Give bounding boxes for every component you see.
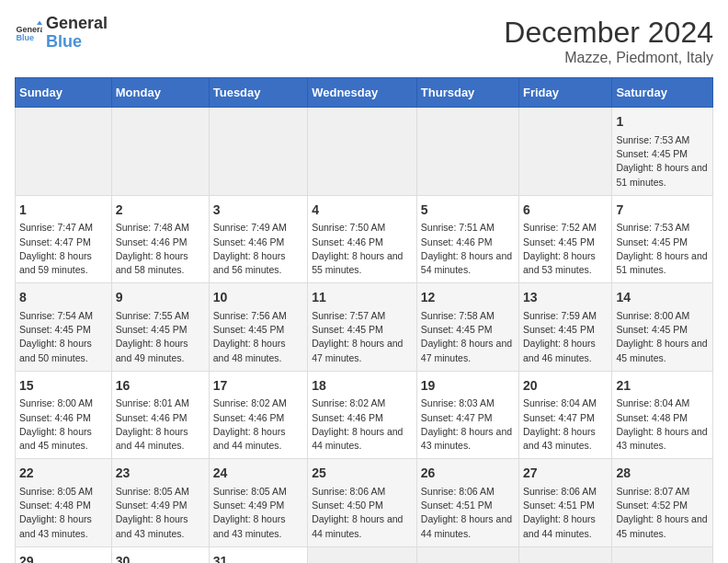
day-number: 6 xyxy=(523,201,608,220)
calendar-header-wednesday: Wednesday xyxy=(308,78,417,108)
day-number: 18 xyxy=(312,377,413,396)
day-number: 26 xyxy=(421,465,515,483)
day-number: 23 xyxy=(116,465,205,483)
cell-content: Sunrise: 8:05 AMSunset: 4:49 PMDaylight:… xyxy=(116,485,205,541)
day-number: 9 xyxy=(116,289,205,307)
calendar-cell: 24Sunrise: 8:05 AMSunset: 4:49 PMDayligh… xyxy=(209,459,307,546)
cell-content: Sunrise: 7:49 AMSunset: 4:46 PMDaylight:… xyxy=(213,221,303,277)
calendar-cell: 15Sunrise: 8:00 AMSunset: 4:46 PMDayligh… xyxy=(16,371,112,458)
svg-marker-2 xyxy=(37,20,42,25)
day-number: 21 xyxy=(616,377,709,396)
calendar-cell: 30Sunrise: 8:07 AMSunset: 4:54 PMDayligh… xyxy=(111,546,209,563)
calendar-cell xyxy=(416,108,518,195)
header: General Blue General Blue December 2024 … xyxy=(15,15,713,66)
calendar-cell: 25Sunrise: 8:06 AMSunset: 4:50 PMDayligh… xyxy=(308,459,417,546)
calendar-cell: 10Sunrise: 7:56 AMSunset: 4:45 PMDayligh… xyxy=(209,283,307,371)
day-number: 30 xyxy=(116,553,205,563)
day-number: 10 xyxy=(213,289,303,307)
title-area: December 2024 Mazze, Piedmont, Italy xyxy=(504,15,713,66)
calendar-table: SundayMondayTuesdayWednesdayThursdayFrid… xyxy=(15,77,713,563)
cell-content: Sunrise: 7:54 AMSunset: 4:45 PMDaylight:… xyxy=(19,309,108,365)
cell-content: Sunrise: 8:07 AMSunset: 4:52 PMDaylight:… xyxy=(616,485,709,541)
cell-content: Sunrise: 8:05 AMSunset: 4:49 PMDaylight:… xyxy=(213,485,303,541)
calendar-header-monday: Monday xyxy=(111,78,209,108)
calendar-header-friday: Friday xyxy=(519,78,612,108)
calendar-cell: 27Sunrise: 8:06 AMSunset: 4:51 PMDayligh… xyxy=(519,459,612,546)
cell-content: Sunrise: 7:52 AMSunset: 4:45 PMDaylight:… xyxy=(523,221,608,277)
calendar-cell: 16Sunrise: 8:01 AMSunset: 4:46 PMDayligh… xyxy=(111,371,209,458)
cell-content: Sunrise: 8:01 AMSunset: 4:46 PMDaylight:… xyxy=(116,396,205,453)
cell-content: Sunrise: 7:50 AMSunset: 4:46 PMDaylight:… xyxy=(312,221,413,277)
calendar-header-thursday: Thursday xyxy=(416,78,518,108)
day-number: 29 xyxy=(19,553,108,563)
cell-content: Sunrise: 8:03 AMSunset: 4:47 PMDaylight:… xyxy=(421,396,515,453)
main-title: December 2024 xyxy=(504,15,713,50)
calendar-cell xyxy=(308,546,417,563)
calendar-cell: 11Sunrise: 7:57 AMSunset: 4:45 PMDayligh… xyxy=(308,283,417,371)
calendar-cell: 26Sunrise: 8:06 AMSunset: 4:51 PMDayligh… xyxy=(416,459,518,546)
cell-content: Sunrise: 8:06 AMSunset: 4:50 PMDaylight:… xyxy=(312,485,413,541)
cell-content: Sunrise: 8:04 AMSunset: 4:48 PMDaylight:… xyxy=(616,396,709,453)
cell-content: Sunrise: 7:58 AMSunset: 4:45 PMDaylight:… xyxy=(421,309,515,365)
calendar-cell: 6Sunrise: 7:52 AMSunset: 4:45 PMDaylight… xyxy=(519,195,612,282)
calendar-header-sunday: Sunday xyxy=(16,78,112,108)
calendar-cell: 18Sunrise: 8:02 AMSunset: 4:46 PMDayligh… xyxy=(308,371,417,458)
calendar-cell xyxy=(16,108,112,195)
cell-content: Sunrise: 8:04 AMSunset: 4:47 PMDaylight:… xyxy=(523,396,608,453)
day-number: 24 xyxy=(213,465,303,483)
cell-content: Sunrise: 8:00 AMSunset: 4:46 PMDaylight:… xyxy=(19,396,108,453)
calendar-cell: 4Sunrise: 7:50 AMSunset: 4:46 PMDaylight… xyxy=(308,195,417,282)
calendar-cell xyxy=(519,108,612,195)
calendar-cell xyxy=(111,108,209,195)
day-number: 20 xyxy=(523,377,608,396)
day-number: 7 xyxy=(616,201,709,220)
cell-content: Sunrise: 8:06 AMSunset: 4:51 PMDaylight:… xyxy=(523,485,608,541)
day-number: 11 xyxy=(312,289,413,307)
logo-blue: Blue xyxy=(46,33,108,52)
cell-content: Sunrise: 7:53 AMSunset: 4:45 PMDaylight:… xyxy=(616,221,709,277)
cell-content: Sunrise: 7:57 AMSunset: 4:45 PMDaylight:… xyxy=(312,309,413,365)
calendar-cell: 5Sunrise: 7:51 AMSunset: 4:46 PMDaylight… xyxy=(416,195,518,282)
cell-content: Sunrise: 8:00 AMSunset: 4:45 PMDaylight:… xyxy=(616,309,709,365)
day-number: 22 xyxy=(19,465,108,483)
calendar-cell: 7Sunrise: 7:53 AMSunset: 4:45 PMDaylight… xyxy=(612,195,713,282)
calendar-cell: 1Sunrise: 7:47 AMSunset: 4:47 PMDaylight… xyxy=(16,195,112,282)
day-number: 25 xyxy=(312,465,413,483)
cell-content: Sunrise: 7:48 AMSunset: 4:46 PMDaylight:… xyxy=(116,221,205,277)
calendar-cell: 29Sunrise: 8:07 AMSunset: 4:53 PMDayligh… xyxy=(16,546,112,563)
logo-general: General xyxy=(46,15,108,33)
calendar-cell: 14Sunrise: 8:00 AMSunset: 4:45 PMDayligh… xyxy=(612,283,713,371)
calendar-cell: 12Sunrise: 7:58 AMSunset: 4:45 PMDayligh… xyxy=(416,283,518,371)
day-number: 14 xyxy=(616,289,709,307)
day-number: 12 xyxy=(421,289,515,307)
day-number: 3 xyxy=(213,201,303,220)
cell-content: Sunrise: 7:51 AMSunset: 4:46 PMDaylight:… xyxy=(421,221,515,277)
calendar-cell: 20Sunrise: 8:04 AMSunset: 4:47 PMDayligh… xyxy=(519,371,612,458)
calendar-cell: 8Sunrise: 7:54 AMSunset: 4:45 PMDaylight… xyxy=(16,283,112,371)
logo: General Blue General Blue xyxy=(15,15,108,52)
calendar-cell: 31Sunrise: 8:07 AMSunset: 4:54 PMDayligh… xyxy=(209,546,307,563)
day-number: 8 xyxy=(19,289,108,307)
day-number: 1 xyxy=(19,201,108,220)
calendar-header-saturday: Saturday xyxy=(612,78,713,108)
day-number: 2 xyxy=(116,201,205,220)
cell-content: Sunrise: 8:02 AMSunset: 4:46 PMDaylight:… xyxy=(213,396,303,453)
calendar-cell: 17Sunrise: 8:02 AMSunset: 4:46 PMDayligh… xyxy=(209,371,307,458)
calendar-cell: 3Sunrise: 7:49 AMSunset: 4:46 PMDaylight… xyxy=(209,195,307,282)
calendar-cell xyxy=(209,108,307,195)
calendar-cell: 23Sunrise: 8:05 AMSunset: 4:49 PMDayligh… xyxy=(111,459,209,546)
cell-content: Sunrise: 7:55 AMSunset: 4:45 PMDaylight:… xyxy=(116,309,205,365)
cell-content: Sunrise: 7:56 AMSunset: 4:45 PMDaylight:… xyxy=(213,309,303,365)
day-number: 5 xyxy=(421,201,515,220)
calendar-cell: 1Sunrise: 7:53 AMSunset: 4:45 PMDaylight… xyxy=(612,108,713,195)
day-number: 13 xyxy=(523,289,608,307)
calendar-cell: 2Sunrise: 7:48 AMSunset: 4:46 PMDaylight… xyxy=(111,195,209,282)
cell-content: Sunrise: 8:05 AMSunset: 4:48 PMDaylight:… xyxy=(19,485,108,541)
calendar-cell xyxy=(612,546,713,563)
calendar-cell: 28Sunrise: 8:07 AMSunset: 4:52 PMDayligh… xyxy=(612,459,713,546)
cell-content: Sunrise: 7:47 AMSunset: 4:47 PMDaylight:… xyxy=(19,221,108,277)
calendar-cell: 19Sunrise: 8:03 AMSunset: 4:47 PMDayligh… xyxy=(416,371,518,458)
calendar-header-tuesday: Tuesday xyxy=(209,78,307,108)
day-number: 27 xyxy=(523,465,608,483)
subtitle: Mazze, Piedmont, Italy xyxy=(504,50,713,66)
